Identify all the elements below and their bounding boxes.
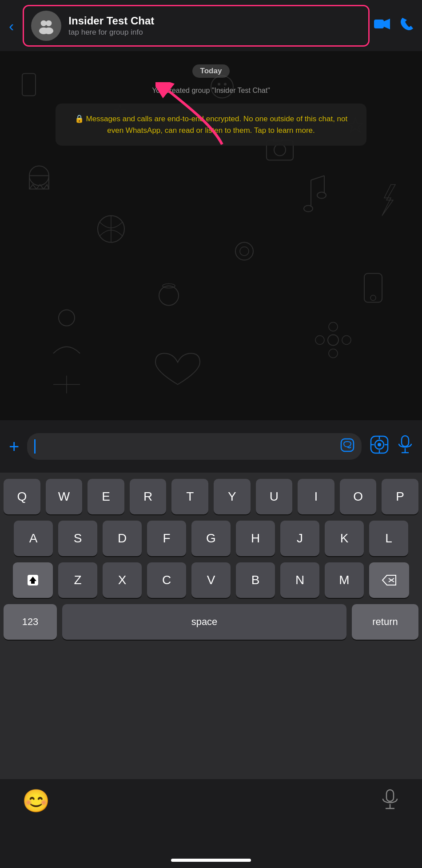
svg-point-20 [59,310,75,326]
key-q[interactable]: Q [4,479,40,514]
key-r[interactable]: R [130,479,167,514]
key-i[interactable]: I [298,479,334,514]
svg-point-27 [329,349,338,358]
header: ‹ Insider Test Chat tap here for group i… [0,0,422,51]
svg-point-25 [328,335,338,346]
key-k[interactable]: K [325,521,364,556]
key-e[interactable]: E [88,479,124,514]
key-m[interactable]: M [325,562,364,598]
key-x[interactable]: X [103,562,142,598]
key-s[interactable]: S [58,521,97,556]
keyboard-row-1: Q W E R T Y U I O P [4,479,418,514]
key-u[interactable]: U [256,479,293,514]
header-icons [374,17,413,34]
return-key[interactable]: return [352,604,418,640]
home-indicator [171,859,251,862]
key-v[interactable]: V [191,562,231,598]
numbers-key[interactable]: 123 [4,604,57,640]
key-j[interactable]: J [280,521,319,556]
chat-content: Today You created group "Insider Test Ch… [9,64,413,146]
svg-point-12 [274,144,286,156]
voice-message-button[interactable] [397,435,413,458]
svg-point-35 [235,243,253,260]
attachment-button[interactable]: + [9,438,19,455]
dictation-button[interactable] [380,788,400,816]
svg-rect-21 [364,274,382,303]
keyboard-row-4: 123 space return [4,604,418,640]
space-key[interactable]: space [62,604,346,640]
svg-point-28 [315,336,324,345]
date-badge: Today [192,64,230,78]
phone-call-button[interactable] [400,17,413,34]
key-g[interactable]: G [191,521,231,556]
key-p[interactable]: P [382,479,418,514]
keyboard-row-3: Z X C V B N M [4,562,418,598]
emoji-button[interactable]: 😊 [22,788,50,814]
svg-marker-30 [382,185,395,216]
svg-point-1 [46,20,52,26]
key-h[interactable]: H [236,521,275,556]
key-b[interactable]: B [236,562,275,598]
key-n[interactable]: N [280,562,319,598]
back-button[interactable]: ‹ [9,18,14,33]
group-text: Insider Test Chat tap here for group inf… [68,15,154,37]
encryption-notice[interactable]: 🔒 Messages and calls are end-to-end encr… [56,104,366,146]
shift-key[interactable] [13,562,53,598]
group-subtitle: tap here for group info [68,28,154,37]
message-input[interactable] [27,433,362,460]
input-bar: + [0,420,422,473]
svg-line-16 [311,176,324,180]
svg-marker-5 [384,19,390,29]
key-w[interactable]: W [46,479,83,514]
svg-point-36 [240,247,249,256]
text-cursor [34,439,36,454]
chat-area: Today You created group "Insider Test Ch… [0,51,422,420]
svg-point-29 [342,336,351,345]
svg-point-15 [304,206,313,212]
sticker-button[interactable] [340,438,354,455]
svg-point-26 [329,323,338,331]
group-info-button[interactable]: Insider Test Chat tap here for group inf… [23,5,370,47]
svg-point-0 [41,20,47,26]
svg-rect-4 [374,20,384,28]
key-d[interactable]: D [103,521,142,556]
keyboard-row-2: A S D F G H J K L [4,521,418,556]
video-call-button[interactable] [374,18,390,33]
svg-rect-40 [341,439,354,451]
key-l[interactable]: L [369,521,408,556]
key-c[interactable]: C [147,562,186,598]
svg-point-31 [159,286,179,306]
key-a[interactable]: A [14,521,53,556]
key-f[interactable]: F [147,521,186,556]
system-message: You created group "Insider Test Chat" [152,87,270,95]
svg-point-18 [317,192,326,199]
svg-point-3 [44,27,54,34]
group-avatar [31,11,61,41]
keyboard: Q W E R T Y U I O P A S D F G H J K L [0,473,422,868]
camera-scan-button[interactable] [370,435,389,458]
key-t[interactable]: T [171,479,208,514]
keyboard-rows: Q W E R T Y U I O P A S D F G H J K L [0,473,422,779]
group-name: Insider Test Chat [68,15,154,27]
svg-rect-55 [386,790,394,801]
keyboard-bottom-bar: 😊 [0,779,422,868]
key-y[interactable]: Y [214,479,251,514]
delete-key[interactable] [369,562,409,598]
svg-point-43 [378,443,381,446]
svg-rect-48 [402,436,409,446]
key-o[interactable]: O [340,479,377,514]
svg-point-22 [370,295,376,301]
key-z[interactable]: Z [58,562,97,598]
